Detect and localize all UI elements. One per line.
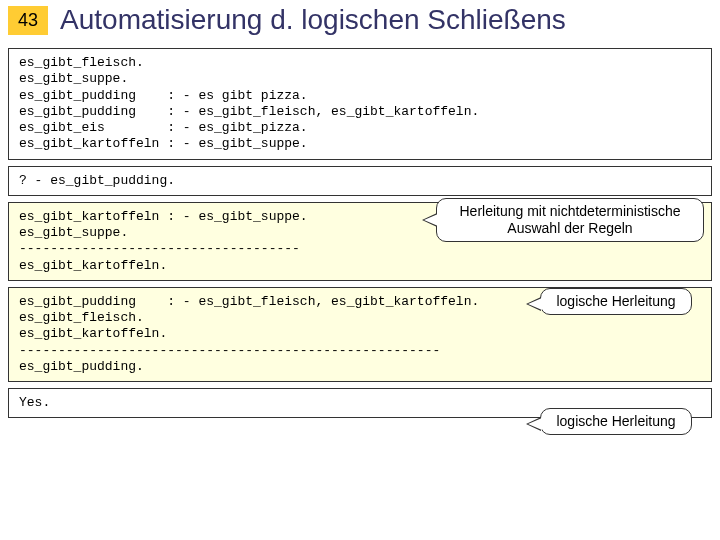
header: 43 Automatisierung d. logischen Schließe… — [8, 4, 712, 42]
slide-title: Automatisierung d. logischen Schließens — [60, 4, 566, 36]
callout-logical-derivation-1: logische Herleitung — [540, 288, 692, 315]
page-number: 43 — [8, 6, 48, 35]
code-box-query: ? - es_gibt_pudding. — [8, 166, 712, 196]
slide: 43 Automatisierung d. logischen Schließe… — [0, 0, 720, 540]
callout-logical-derivation-2: logische Herleitung — [540, 408, 692, 435]
callout-text: logische Herleitung — [556, 413, 675, 429]
callout-text-line2: Auswahl der Regeln — [507, 220, 632, 236]
callout-rule-selection: Herleitung mit nichtdeterministische Aus… — [436, 198, 704, 242]
callout-text-line1: Herleitung mit nichtdeterministische — [460, 203, 681, 219]
code-box-facts-rules: es_gibt_fleisch. es_gibt_suppe. es_gibt_… — [8, 48, 712, 160]
callout-text: logische Herleitung — [556, 293, 675, 309]
